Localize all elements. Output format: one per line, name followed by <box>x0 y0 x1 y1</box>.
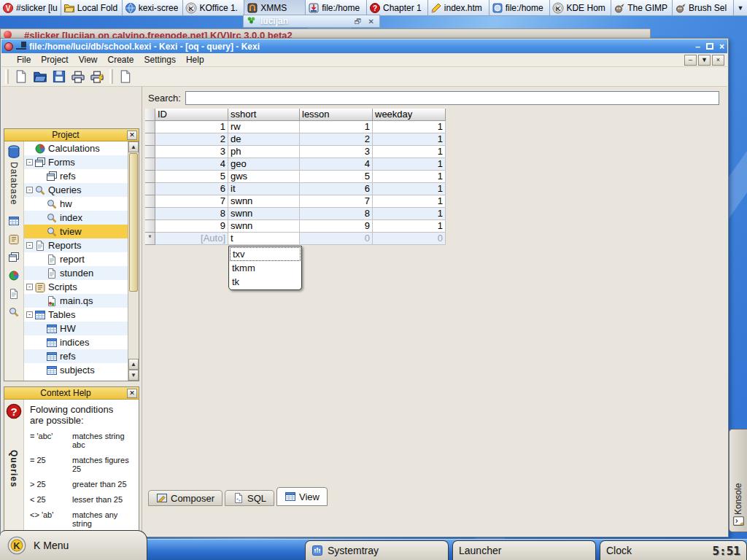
grid-cell[interactable]: 1 <box>373 195 446 208</box>
grid-cell[interactable]: 2 <box>300 133 373 146</box>
grid-cell[interactable]: 1 <box>300 121 373 133</box>
sidebar-tab-database[interactable]: Database <box>9 162 19 205</box>
context-help-header[interactable]: Context Help ✕ <box>4 387 139 400</box>
tree-item-Calculations[interactable]: Calculations <box>24 141 128 155</box>
tree-expander-icon[interactable]: - <box>26 284 33 290</box>
tree-item-refs[interactable]: refs <box>24 349 128 363</box>
maximize-button[interactable] <box>706 43 713 50</box>
grid-cell[interactable]: 1 <box>373 220 446 233</box>
grid-cell[interactable]: 4 <box>155 158 228 171</box>
row-header[interactable] <box>145 158 155 171</box>
row-header[interactable] <box>145 171 155 183</box>
scrollbar-thumb[interactable] <box>129 153 138 292</box>
grid-cell[interactable]: 1 <box>373 146 446 158</box>
row-header[interactable] <box>145 146 155 158</box>
row-header[interactable] <box>145 208 155 220</box>
row-header[interactable] <box>145 220 155 233</box>
scroll-up-icon[interactable]: ▲ <box>128 141 139 152</box>
grid-cell[interactable]: 1 <box>373 133 446 146</box>
grid-cell[interactable]: gws <box>228 171 300 183</box>
tree-item-report[interactable]: report <box>24 252 128 266</box>
grid-cell[interactable]: 6 <box>155 183 228 195</box>
tree-item-indices[interactable]: indices <box>24 335 128 349</box>
grid-cell[interactable]: 3 <box>155 146 228 158</box>
tree-expander-icon[interactable]: - <box>26 187 33 193</box>
taskbar-item[interactable]: ?Chapter 1 <box>367 0 428 15</box>
object-type-query-button[interactable] <box>6 306 22 322</box>
save-floppy-button[interactable] <box>50 68 68 85</box>
tree-item-Queries[interactable]: -Queries <box>24 183 128 197</box>
tree-item-tview[interactable]: tview <box>24 225 128 238</box>
grid-cell[interactable]: 5 <box>155 171 228 183</box>
grid-cell[interactable]: 1 <box>373 171 446 183</box>
grid-cell[interactable]: geo <box>228 158 300 171</box>
print-button[interactable] <box>69 68 87 85</box>
scrollbar-track[interactable] <box>128 292 139 359</box>
tree-item-subjects[interactable]: subjects <box>24 363 128 377</box>
taskbar-item[interactable]: index.htm <box>428 0 489 15</box>
project-panel-header[interactable]: Project ✕ <box>4 129 139 141</box>
background-window-kvirc[interactable]: #slicker [lucijan on calvino.freenode.ne… <box>0 28 651 38</box>
konsole-side-tab[interactable]: Konsole <box>729 429 747 532</box>
tree-scrollbar[interactable]: ▲ ▲ ▼ <box>128 141 139 381</box>
lucijan-window-buttons[interactable]: 🗗 ✕ <box>355 18 376 26</box>
object-type-form-button[interactable] <box>6 251 22 267</box>
tree-item-hw[interactable]: hw <box>24 197 128 211</box>
applet-clock[interactable]: Clock 5:51 <box>600 540 747 560</box>
taskbar-item[interactable]: Local Fold <box>61 0 123 15</box>
column-header-sshort[interactable]: sshort <box>228 109 300 121</box>
grid-cell[interactable]: 9 <box>300 220 373 233</box>
close-button[interactable]: × <box>719 42 724 51</box>
grid-cell[interactable]: swnn <box>228 220 300 233</box>
tree-item-main.qs[interactable]: main.qs <box>24 294 128 308</box>
grid-cell[interactable]: de <box>228 133 300 146</box>
column-header-weekday[interactable]: weekday <box>373 109 446 121</box>
context-help-close-icon[interactable]: ✕ <box>127 389 137 398</box>
new-object-button[interactable] <box>117 68 134 85</box>
grid-cell[interactable]: 5 <box>300 171 373 183</box>
grid-cell[interactable]: 1 <box>373 158 446 171</box>
column-header-lesson[interactable]: lesson <box>300 109 373 121</box>
search-input[interactable] <box>185 91 719 105</box>
grid-cell[interactable]: swnn <box>228 195 300 208</box>
menu-view[interactable]: View <box>74 53 103 66</box>
grid-cell[interactable]: rw <box>228 121 300 133</box>
tree-item-index[interactable]: index <box>24 211 128 225</box>
taskbar-item[interactable]: XMMS <box>244 0 306 15</box>
grid-cell[interactable]: 7 <box>300 195 373 208</box>
minimize-button[interactable]: – <box>695 42 700 51</box>
grid-cell-editing[interactable]: t <box>228 233 300 245</box>
taskbar-overflow-button[interactable]: ▼ <box>734 0 747 15</box>
open-folder-button[interactable] <box>31 68 49 85</box>
database-icon[interactable] <box>7 144 21 159</box>
tree-item-Tables[interactable]: -Tables <box>24 308 128 322</box>
tab-sql[interactable]: SQL <box>225 490 274 506</box>
sidebar-tab-queries[interactable]: Queries <box>9 450 19 488</box>
menu-project[interactable]: Project <box>36 53 73 66</box>
tree-item-refs[interactable]: refs <box>24 169 128 183</box>
project-panel-close-icon[interactable]: ✕ <box>127 131 137 140</box>
grid-cell[interactable]: 9 <box>155 220 228 233</box>
pin-icon[interactable] <box>16 43 26 50</box>
mdi-button-1[interactable]: ▼ <box>698 55 711 66</box>
menu-file[interactable]: File <box>12 53 36 66</box>
object-type-chart-button[interactable] <box>6 269 22 285</box>
tree-expander-icon[interactable]: - <box>26 159 33 166</box>
mdi-button-0[interactable]: – <box>684 55 697 66</box>
grid-cell-lesson[interactable]: 0 <box>300 233 373 245</box>
grid-cell[interactable]: 8 <box>155 208 228 220</box>
background-window-lucijan[interactable]: lucijan 🗗 ✕ <box>243 15 380 28</box>
scroll-up2-icon[interactable]: ▲ <box>128 359 139 370</box>
applet-launcher[interactable]: Launcher <box>452 540 596 560</box>
taskbar-item[interactable]: file:/home <box>489 0 551 15</box>
row-header[interactable] <box>145 183 155 195</box>
taskbar-item[interactable]: Brush Sel <box>673 0 734 15</box>
tree-item-Scripts[interactable]: -Scripts <box>24 280 128 294</box>
grid-cell[interactable]: 2 <box>155 133 228 146</box>
object-type-report-button[interactable] <box>6 287 22 303</box>
scroll-down-icon[interactable]: ▼ <box>128 370 139 381</box>
grid-cell[interactable]: 6 <box>300 183 373 195</box>
grid-cell-weekday[interactable]: 0 <box>373 233 446 245</box>
tree-item-stunden[interactable]: stunden <box>24 266 128 280</box>
taskbar-item[interactable]: The GIMP <box>611 0 673 15</box>
